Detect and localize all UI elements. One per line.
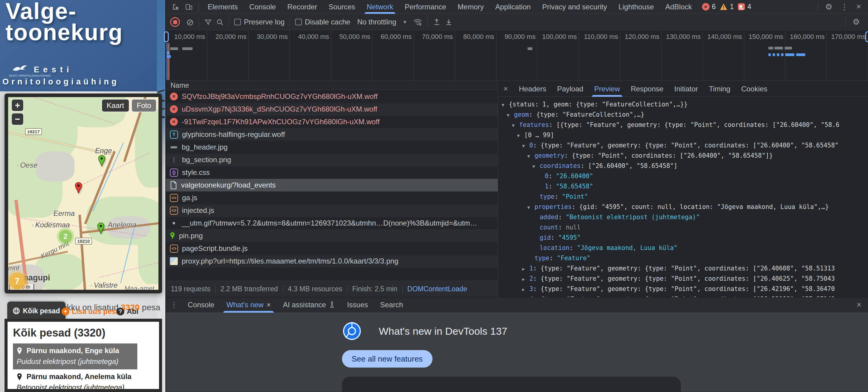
- request-row[interactable]: pin.png: [166, 229, 498, 242]
- map-cluster-7[interactable]: 7: [9, 272, 26, 290]
- disclosure-closed-icon[interactable]: ▶: [522, 274, 529, 284]
- close-tab-icon[interactable]: ×: [267, 297, 271, 313]
- map-kaart-button[interactable]: Kaart: [101, 99, 129, 112]
- nest-list-item[interactable]: Pärnu maakond, Anelema külaBetoonist ele…: [13, 369, 137, 389]
- requests-column-header[interactable]: Name: [166, 81, 498, 90]
- disclosure-open-icon[interactable]: ▼: [517, 131, 524, 140]
- devtools-tab-elements[interactable]: Elements: [202, 0, 244, 14]
- disable-cache-toggle[interactable]: Disable cache: [295, 18, 350, 26]
- request-row[interactable]: {}style.css: [166, 166, 498, 179]
- request-row[interactable]: ×-91TwiFzqeL1F7Kh91APwXhCUOGz7vYGh680lGh…: [166, 116, 498, 128]
- close-details-icon[interactable]: ×: [498, 84, 514, 94]
- request-row[interactable]: valgetoonekurg/?load_events: [166, 179, 498, 192]
- devtools-tab-adblock[interactable]: AdBlock: [660, 0, 698, 14]
- json-tree-line[interactable]: ▼{status: 1, geom: {type: "FeatureCollec…: [502, 99, 868, 110]
- json-tree-line[interactable]: ▼geom: {type: "FeatureCollection",…}: [502, 110, 868, 120]
- console-warnings-badge[interactable]: 1: [720, 3, 734, 11]
- details-tab-timing[interactable]: Timing: [704, 81, 736, 97]
- drawer-tab-search[interactable]: Search: [374, 297, 409, 313]
- devtools-tab-privacy-and-security[interactable]: Privacy and security: [536, 0, 613, 14]
- details-tab-initiator[interactable]: Initiator: [669, 81, 704, 97]
- request-row[interactable]: ×SQVfzoJBbj9t3aVcmbspRnhCUOGz7vYGh680lGh…: [166, 90, 498, 103]
- details-tab-payload[interactable]: Payload: [552, 81, 589, 97]
- details-tab-headers[interactable]: Headers: [514, 81, 552, 97]
- preserve-log-toggle[interactable]: Preserve log: [234, 18, 285, 26]
- json-tree-line[interactable]: ▶1: {type: "Feature", geometry: {type: "…: [502, 264, 868, 274]
- devtools-tab-performance[interactable]: Performance: [399, 0, 452, 14]
- json-tree-line[interactable]: ▼coordinates: ["26.60400", "58.65458"]: [502, 161, 868, 171]
- drawer-tab-issues[interactable]: Issues: [341, 297, 374, 313]
- disclosure-open-icon[interactable]: ▼: [502, 100, 509, 110]
- devtools-tab-memory[interactable]: Memory: [452, 0, 490, 14]
- request-row[interactable]: <>injected.js: [166, 204, 498, 217]
- preserve-log-checkbox[interactable]: [234, 19, 241, 25]
- map-canvas[interactable]: + − Kaart Foto 1000 m 1921719210OeseEnge…: [8, 97, 158, 290]
- details-tab-cookies[interactable]: Cookies: [736, 81, 773, 97]
- more-options-icon[interactable]: ⋮: [836, 2, 852, 12]
- drawer-tab-what-s-new[interactable]: What's new×: [220, 297, 277, 313]
- map-pin-green-anelema[interactable]: [97, 223, 105, 234]
- throttling-dropdown[interactable]: No throttling ▾: [357, 18, 406, 26]
- device-toolbar-icon[interactable]: [182, 0, 195, 14]
- map-zoom-out-button[interactable]: −: [11, 113, 24, 125]
- console-errors-badge[interactable]: ×6: [702, 3, 716, 11]
- network-settings-gear-icon[interactable]: ⚙: [849, 17, 864, 27]
- devtools-tab-network[interactable]: Network: [361, 0, 399, 14]
- drawer-tab-console[interactable]: Console: [182, 297, 220, 313]
- request-row[interactable]: Tglyphicons-halflings-regular.woff: [166, 128, 498, 141]
- export-har-icon[interactable]: [445, 18, 453, 26]
- drawer-menu-icon[interactable]: ⋮: [166, 301, 182, 309]
- details-tab-response[interactable]: Response: [625, 81, 669, 97]
- map-pin-red[interactable]: [74, 182, 83, 194]
- settings-gear-icon[interactable]: ⚙: [821, 2, 836, 12]
- map-pin-green-enge[interactable]: [98, 155, 105, 166]
- see-all-features-button[interactable]: See all new features: [342, 350, 433, 367]
- devtools-tab-lighthouse[interactable]: Lighthouse: [613, 0, 659, 14]
- issues-badge[interactable]: 4: [738, 3, 751, 11]
- tab-koik-pesad[interactable]: Kõik pesad: [7, 301, 65, 320]
- disclosure-open-icon[interactable]: ▼: [522, 141, 529, 151]
- devtools-tab-recorder[interactable]: Recorder: [282, 0, 323, 14]
- nest-list-item[interactable]: Pärnu maakond, Enge külaPuidust elektrip…: [13, 344, 137, 369]
- json-tree-line[interactable]: ▼properties: {gid: "4595", count: null, …: [502, 202, 868, 212]
- json-tree-line[interactable]: ▼features: [{type: "Feature", geometry: …: [502, 120, 868, 130]
- record-network-log-button[interactable]: [170, 17, 180, 27]
- disclosure-closed-icon[interactable]: ▶: [522, 264, 529, 274]
- map-cluster-2[interactable]: 2: [59, 230, 72, 243]
- request-row[interactable]: ×uDssvmXgp7Nj3i336k_dSnhCUOGz7vYGh680lGh…: [166, 103, 498, 116]
- disclosure-open-icon[interactable]: ▼: [527, 151, 534, 161]
- map-zoom-in-button[interactable]: +: [11, 99, 24, 111]
- json-tree-line[interactable]: ▼[0 … 99]: [502, 130, 868, 140]
- inspect-element-icon[interactable]: [169, 0, 182, 14]
- timeline-left-handle[interactable]: [164, 31, 169, 42]
- json-tree-line[interactable]: ▼0: {type: "Feature", geometry: {type: "…: [502, 140, 868, 151]
- help-link[interactable]: ? Abi: [117, 307, 138, 316]
- search-icon[interactable]: [216, 19, 224, 26]
- disclosure-open-icon[interactable]: ▼: [532, 162, 539, 171]
- json-tree-line[interactable]: ▶4: {type: "Feature", geometry: {type: "…: [502, 294, 868, 297]
- disable-cache-checkbox[interactable]: [295, 19, 302, 25]
- network-overview-timeline[interactable]: 10,000 ms20,000 ms30,000 ms40,000 ms50,0…: [166, 30, 868, 81]
- disclosure-open-icon[interactable]: ▼: [527, 203, 534, 212]
- details-tab-preview[interactable]: Preview: [589, 81, 625, 97]
- disclosure-open-icon[interactable]: ▼: [507, 110, 514, 120]
- timeline-right-handle[interactable]: [865, 31, 868, 42]
- request-row[interactable]: <>ga.js: [166, 192, 498, 204]
- disclosure-open-icon[interactable]: ▼: [512, 121, 519, 130]
- add-nest-link[interactable]: + Lisa uus pesa: [62, 307, 120, 316]
- clear-network-log-icon[interactable]: ⊘: [186, 17, 194, 27]
- disclosure-closed-icon[interactable]: ▶: [522, 285, 529, 294]
- import-har-icon[interactable]: [433, 18, 441, 26]
- map-foto-button[interactable]: Foto: [131, 99, 157, 112]
- json-tree-line[interactable]: ▶2: {type: "Feature", geometry: {type: "…: [502, 274, 868, 284]
- disclosure-closed-icon[interactable]: ▶: [522, 295, 529, 297]
- network-conditions-icon[interactable]: [413, 18, 422, 26]
- request-row[interactable]: bg_header.jpg: [166, 141, 498, 154]
- drawer-tab-ai-assistance[interactable]: AI assistance: [277, 297, 341, 313]
- request-row[interactable]: bg_section.png: [166, 154, 498, 166]
- request-row[interactable]: proxy.php?url=https://tiles.maaamet.ee/t…: [166, 255, 498, 267]
- json-tree-line[interactable]: ▼geometry: {type: "Point", coordinates: …: [502, 151, 868, 161]
- devtools-tab-sources[interactable]: Sources: [323, 0, 361, 14]
- request-row[interactable]: <>pageScript.bundle.js: [166, 242, 498, 255]
- filter-icon[interactable]: [204, 19, 212, 26]
